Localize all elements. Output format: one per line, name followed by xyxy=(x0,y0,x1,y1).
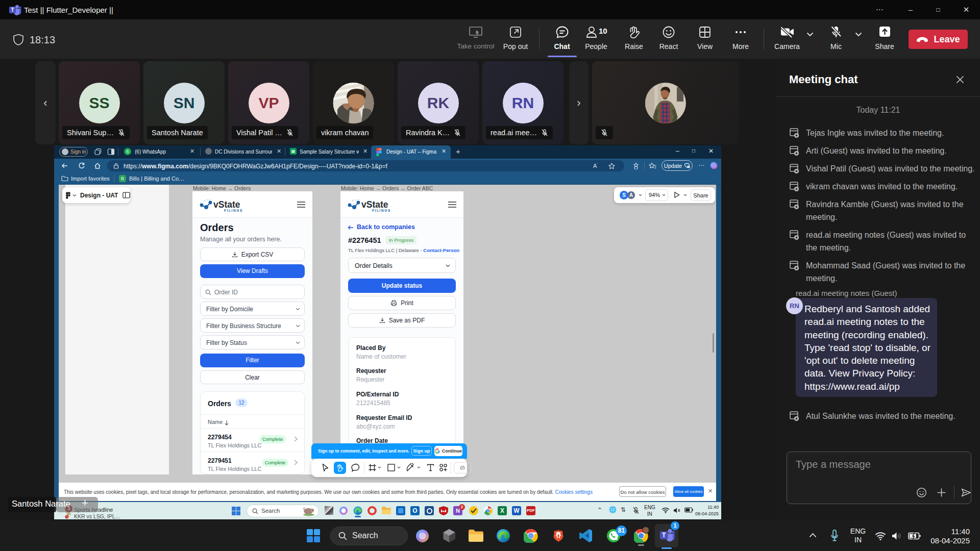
svg-text:T: T xyxy=(11,7,14,13)
svg-text:FILINGS: FILINGS xyxy=(224,209,243,212)
svg-text:FILINGS: FILINGS xyxy=(372,209,391,212)
svg-text:10: 10 xyxy=(599,27,607,35)
svg-text:T: T xyxy=(662,532,666,539)
